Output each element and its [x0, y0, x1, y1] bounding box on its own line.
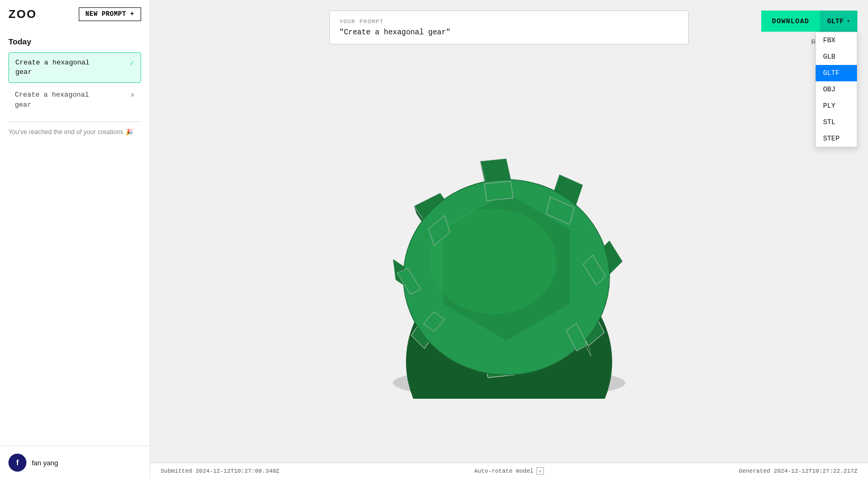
- format-option-obj[interactable]: OBJ: [816, 81, 857, 98]
- avatar[interactable]: f: [8, 454, 26, 472]
- sidebar-item-0[interactable]: Create a hexagonalgear ✓: [8, 52, 141, 83]
- format-option-glb[interactable]: GLB: [816, 49, 857, 65]
- username: fan yang: [32, 459, 58, 467]
- generated-time: Generated 2024-12-12T10:27:22.217Z: [739, 468, 857, 474]
- close-icon-1: ×: [131, 91, 135, 101]
- download-button[interactable]: DOWNLOAD: [761, 11, 819, 32]
- prompt-bar: YOUR PROMPT "Create a hexagonal gear": [329, 11, 689, 44]
- format-option-fbx[interactable]: FBX: [816, 32, 857, 49]
- format-dropdown: FBX GLB GLTF OBJ PLY STL STEP: [815, 32, 857, 147]
- sidebar-item-1[interactable]: Create a hexagonalgear ×: [8, 85, 141, 115]
- status-bar: Submitted 2024-12-12T10:27:08.349Z Auto-…: [150, 463, 868, 479]
- format-select-button[interactable]: GLTF ▾: [820, 11, 857, 32]
- svg-point-19: [430, 209, 557, 314]
- sidebar-footer: f fan yang: [0, 446, 150, 479]
- prompt-label: YOUR PROMPT: [339, 18, 679, 25]
- divider: [8, 121, 141, 122]
- model-view[interactable]: [150, 44, 868, 463]
- sidebar-header: ZOO NEW PROMPT +: [0, 0, 150, 29]
- sidebar-item-label-0: Create a hexagonalgear: [15, 58, 89, 77]
- sidebar-item-label-1: Create a hexagonalgear: [15, 90, 89, 109]
- auto-rotate-checkbox[interactable]: ✓: [537, 467, 544, 475]
- new-prompt-button[interactable]: NEW PROMPT +: [79, 7, 141, 21]
- main-area: YOUR PROMPT "Create a hexagonal gear" DO…: [150, 0, 868, 479]
- format-option-ply[interactable]: PLY: [816, 98, 857, 114]
- sidebar-content: Today Create a hexagonalgear ✓ Create a …: [0, 29, 150, 446]
- sidebar: ZOO NEW PROMPT + Today Create a hexagona…: [0, 0, 150, 479]
- selected-format-label: GLTF: [827, 17, 844, 25]
- submitted-time: Submitted 2024-12-12T10:27:08.349Z: [161, 468, 279, 474]
- auto-rotate-control: Auto-rotate model ✓: [474, 467, 544, 475]
- svg-marker-22: [484, 181, 513, 201]
- format-select-wrapper: GLTF ▾ FBX GLB GLTF OBJ PLY STL STEP: [820, 11, 857, 32]
- gear-model: [372, 124, 647, 399]
- format-option-stl[interactable]: STL: [816, 114, 857, 130]
- format-option-step[interactable]: STEP: [816, 130, 857, 147]
- auto-rotate-label: Auto-rotate model: [474, 468, 533, 474]
- chevron-down-icon: ▾: [847, 18, 850, 24]
- check-icon-0: ✓: [130, 59, 134, 69]
- section-title: Today: [8, 37, 141, 46]
- end-of-creations-text: You've reached the end of your creations…: [8, 128, 141, 136]
- top-right-controls: DOWNLOAD GLTF ▾ FBX GLB GLTF OBJ PLY STL…: [761, 11, 857, 32]
- prompt-text: "Create a hexagonal gear": [339, 28, 679, 36]
- logo: ZOO: [8, 7, 37, 21]
- format-option-gltf[interactable]: GLTF: [816, 65, 857, 81]
